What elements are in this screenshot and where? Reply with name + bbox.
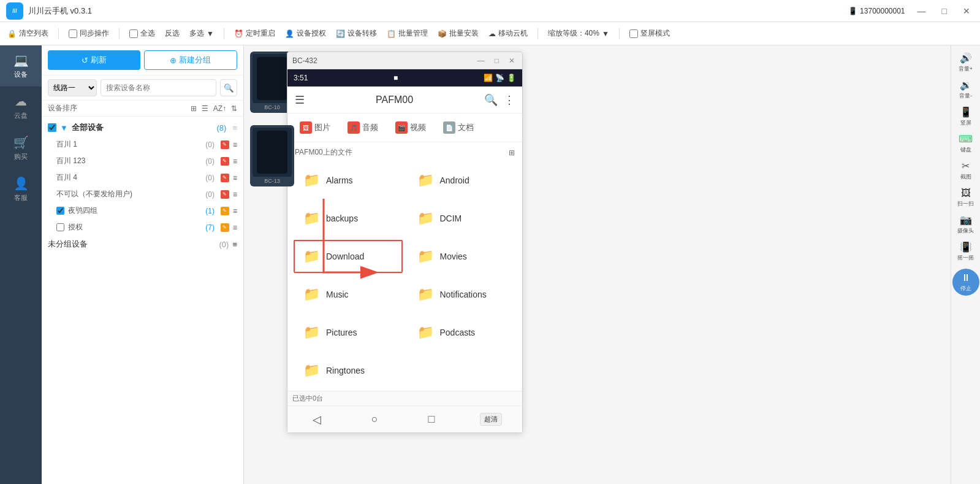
device-item-baichuan1[interactable]: 百川 1 (0) ✎ ≡: [42, 136, 243, 153]
folder-music[interactable]: 📁 Music: [294, 278, 403, 311]
folder-android[interactable]: 📁 Android: [408, 164, 517, 197]
scheduled-restart-button[interactable]: ⏰ 定时重启: [234, 28, 275, 39]
folder-icon: 📁: [303, 172, 320, 188]
batch-manage-button[interactable]: 📋 批量管理: [387, 28, 428, 39]
device-item-yexiao4[interactable]: 夜鸮四组 (1) ✎ ≡: [42, 202, 243, 219]
status-icons: 📶 📡 🔋: [484, 74, 516, 82]
group-checkbox[interactable]: [56, 207, 64, 215]
sync-op-button[interactable]: 同步操作: [69, 28, 109, 39]
sidebar-item-support[interactable]: 👤 客服: [0, 169, 42, 210]
move-cloud-button[interactable]: ☁ 移动云机: [488, 28, 528, 39]
folder-movies[interactable]: 📁 Movies: [408, 240, 517, 273]
back-button[interactable]: ◁: [308, 408, 326, 431]
phone-more-icon[interactable]: ⋮: [504, 93, 515, 107]
refresh-button[interactable]: ↺ 刷新: [48, 50, 140, 70]
phone-status-bar: 3:51 ■ 📶 📡 🔋: [287, 69, 522, 86]
install-icon: 📦: [438, 29, 447, 38]
list-view-icon[interactable]: ⊞: [509, 148, 515, 157]
device-thumb-bc13[interactable]: BC-13: [250, 125, 294, 186]
hd-badge[interactable]: 超清: [480, 413, 502, 426]
portrait-checkbox[interactable]: [629, 29, 638, 38]
folder-empty: [417, 353, 518, 388]
search-input[interactable]: [101, 79, 216, 96]
tab-images[interactable]: 🖼 图片: [294, 118, 336, 137]
screenshot-button[interactable]: ✂ 截图: [954, 158, 978, 183]
stop-button[interactable]: ⏸ 停止: [952, 269, 979, 296]
folder-icon: 📁: [417, 325, 434, 340]
hamburger-menu-icon[interactable]: ☰: [295, 93, 305, 107]
folder-pictures[interactable]: 📁 Pictures: [294, 316, 403, 349]
right-controls-panel: 🔊 音量+ 🔉 音量- 📱 竖屏 ⌨ 键盘 ✂ 截图 🖼 扫一扫: [951, 45, 980, 484]
scan-button[interactable]: 🖼 扫一扫: [954, 185, 978, 210]
new-group-button[interactable]: ⊕ 新建分组: [144, 50, 238, 70]
phone-close-btn[interactable]: ✕: [506, 56, 517, 65]
batch-install-button[interactable]: 📦 批量安装: [438, 28, 479, 39]
toolbar-sep-5: [619, 28, 620, 39]
maximize-button[interactable]: □: [938, 5, 951, 17]
home-button[interactable]: ○: [367, 408, 383, 431]
device-auth-button[interactable]: 👤 设备授权: [285, 28, 326, 39]
auth-checkbox[interactable]: [56, 223, 64, 231]
clear-list-button[interactable]: 🔒 清空列表: [7, 28, 48, 39]
phone-search-icon[interactable]: 🔍: [484, 93, 498, 107]
device-item-baichuan4[interactable]: 百川 4 (0) ✎ ≡: [42, 169, 243, 186]
folder-download[interactable]: 📁 Download: [294, 240, 403, 273]
phone-maximize-btn[interactable]: □: [492, 56, 501, 65]
sidebar-item-device[interactable]: 💻 设备: [0, 45, 42, 86]
folder-backups[interactable]: 📁 backups: [294, 202, 403, 235]
device-item-nopublic[interactable]: 不可以（不要发给用户) (0) ✎ ≡: [42, 186, 243, 202]
shake-button[interactable]: 📳 摇一摇: [954, 239, 978, 264]
tab-docs[interactable]: 📄 文档: [437, 118, 480, 137]
minimize-button[interactable]: —: [914, 5, 930, 17]
refresh-icon: ↺: [82, 56, 88, 65]
edit-icon[interactable]: ✎: [221, 223, 229, 232]
portrait-button[interactable]: 📱 竖屏: [954, 104, 978, 129]
portrait-mode-button[interactable]: 竖屏模式: [629, 28, 670, 39]
volume-up-button[interactable]: 🔊 音量+: [954, 50, 978, 75]
multi-select-button[interactable]: 多选 ▼: [189, 28, 214, 39]
phone-minimize-btn[interactable]: —: [475, 56, 487, 65]
edit-icon[interactable]: ✎: [221, 174, 229, 182]
tab-audio[interactable]: 🎵 音频: [341, 118, 384, 137]
all-devices-checkbox[interactable]: [48, 123, 56, 132]
cloud-disk-icon: ☁: [15, 94, 27, 109]
route-select[interactable]: 线路一: [48, 79, 97, 96]
invert-button[interactable]: 反选: [165, 28, 180, 39]
device-group-ungrouped[interactable]: 未分组设备 (0) ≡: [42, 236, 243, 253]
keyboard-button[interactable]: ⌨ 键盘: [954, 131, 978, 156]
search-button[interactable]: 🔍: [220, 79, 237, 96]
folder-icon: 📁: [417, 210, 434, 226]
edit-icon[interactable]: ✎: [221, 140, 229, 149]
selected-info: 已选中0台: [292, 394, 323, 403]
edit-icon[interactable]: ✎: [221, 190, 229, 199]
phone-time: 3:51: [294, 74, 308, 82]
tab-video[interactable]: 🎬 视频: [389, 118, 432, 137]
device-group-all[interactable]: ▼ 全部设备 (8) ≡: [42, 119, 243, 136]
folder-podcasts[interactable]: 📁 Podcasts: [408, 316, 517, 349]
keyboard-icon: ⌨: [959, 133, 973, 145]
sidebar-item-cloud[interactable]: ☁ 云盘: [0, 86, 42, 128]
folder-dcim[interactable]: 📁 DCIM: [408, 202, 517, 235]
sync-checkbox[interactable]: [69, 29, 77, 38]
recents-button[interactable]: □: [423, 408, 439, 431]
wifi-icon: 📶: [484, 74, 493, 82]
device-transfer-button[interactable]: 🔄 设备转移: [336, 28, 377, 39]
volume-down-button[interactable]: 🔉 音量-: [954, 77, 978, 102]
toolbar-sep-3: [224, 28, 224, 39]
camera-button[interactable]: 📷 摄像头: [954, 212, 978, 237]
folder-ringtones[interactable]: 📁 Ringtones: [294, 354, 414, 387]
app-logo: ///: [6, 2, 23, 20]
select-all-checkbox[interactable]: [129, 29, 138, 38]
device-item-baichuan123[interactable]: 百川 123 (0) ✎ ≡: [42, 153, 243, 169]
edit-icon[interactable]: ✎: [221, 207, 229, 215]
edit-icon[interactable]: ✎: [221, 157, 229, 166]
folder-alarms[interactable]: 📁 Alarms: [294, 164, 403, 197]
folder-notifications[interactable]: 📁 Notifications: [408, 278, 517, 311]
battery-icon: 🔋: [507, 74, 516, 82]
sidebar-item-buy[interactable]: 🛒 购买: [0, 128, 42, 169]
device-item-auth[interactable]: 授权 (7) ✎ ≡: [42, 219, 243, 236]
close-button[interactable]: ✕: [959, 5, 974, 17]
select-all-button[interactable]: 全选: [129, 28, 155, 39]
sidebar: 💻 设备 ☁ 云盘 🛒 购买 👤 客服: [0, 45, 42, 484]
zoom-control[interactable]: 缩放等级：40% ▼: [548, 28, 609, 39]
